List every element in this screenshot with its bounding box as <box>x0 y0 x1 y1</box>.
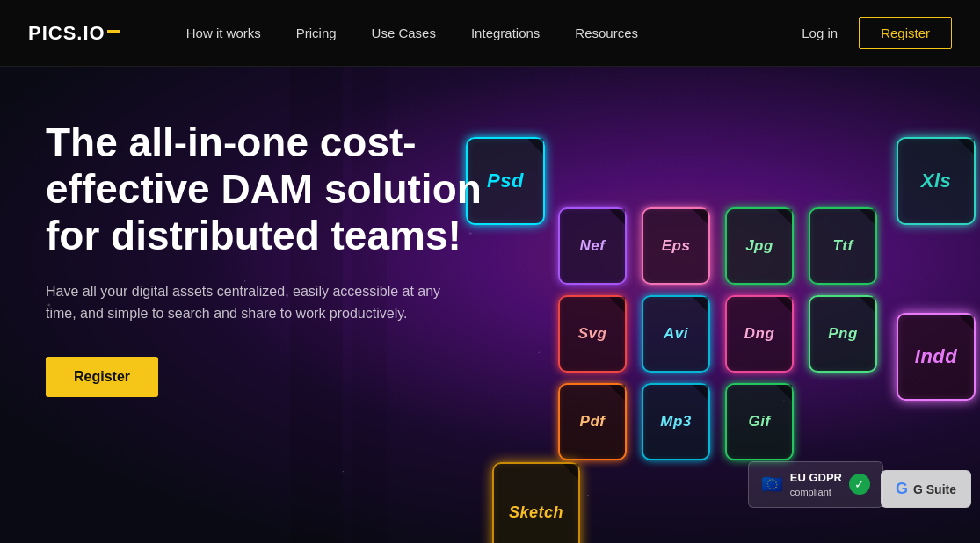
file-icon-jpg: Jpg <box>725 207 794 285</box>
nav-link-pricing[interactable]: Pricing <box>282 18 351 47</box>
hero-subtitle: Have all your digital assets centralized… <box>46 280 450 325</box>
file-icon-dng: Dng <box>725 295 794 373</box>
file-icon-eps: Eps <box>642 207 710 285</box>
gdpr-title: EU GDPR <box>790 471 842 486</box>
nav-link-use-cases[interactable]: Use Cases <box>358 18 450 47</box>
file-icon-gif: Gif <box>725 383 794 460</box>
file-icon-mp3: Mp3 <box>642 383 710 460</box>
gsuite-badge: G G Suite <box>881 470 971 508</box>
file-icon-pdf: Pdf <box>558 383 627 460</box>
hero-register-button[interactable]: Register <box>46 357 158 397</box>
file-icon-nef: Nef <box>558 207 627 285</box>
gsuite-g-icon: G <box>896 480 908 498</box>
file-icon-indd: Indd <box>897 313 976 401</box>
logo-text: PICS.IO <box>28 22 120 45</box>
nav-link-how-it-works[interactable]: How it works <box>172 18 275 47</box>
nav-right: Log in Register <box>802 17 952 49</box>
nav-link-integrations[interactable]: Integrations <box>457 18 554 47</box>
gdpr-text: EU GDPR compliant <box>790 471 842 498</box>
gdpr-subtitle: compliant <box>790 486 842 498</box>
nav-link-resources[interactable]: Resources <box>561 18 652 47</box>
file-icon-svg: Svg <box>558 295 627 373</box>
file-icon-xls: Xls <box>897 137 976 225</box>
file-icon-avi: Avi <box>642 295 710 373</box>
file-icon-ttf: Ttf <box>809 207 877 285</box>
logo[interactable]: PICS.IO <box>28 22 120 45</box>
gdpr-check-icon: ✓ <box>849 474 870 495</box>
nav-register-button[interactable]: Register <box>859 17 952 49</box>
hero-section: Psd Xls Nef Eps Jpg Ttf Svg Avi Dng Png … <box>0 67 980 543</box>
file-icon-png: Png <box>809 295 877 373</box>
hero-title: The all-in-one cost-effective DAM soluti… <box>46 119 512 259</box>
eu-flag-icon: 🇪🇺 <box>761 474 783 495</box>
file-icon-sketch: Sketch <box>492 462 580 543</box>
gsuite-label: G Suite <box>913 482 956 496</box>
navbar: PICS.IO How it works Pricing Use Cases I… <box>0 0 980 67</box>
hero-content: The all-in-one cost-effective DAM soluti… <box>46 119 512 397</box>
gdpr-badge: 🇪🇺 EU GDPR compliant ✓ <box>748 461 883 508</box>
nav-links: How it works Pricing Use Cases Integrati… <box>172 18 802 47</box>
login-link[interactable]: Log in <box>802 25 838 40</box>
